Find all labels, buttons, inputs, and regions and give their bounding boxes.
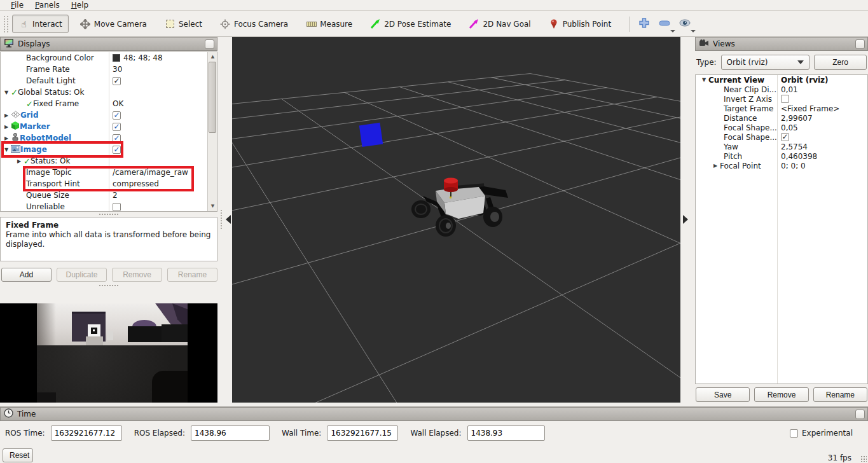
splitter-handle[interactable] bbox=[0, 284, 217, 287]
checkbox[interactable]: ✓ bbox=[113, 123, 121, 131]
display-row[interactable]: Frame Rate30 bbox=[1, 64, 217, 75]
display-row[interactable]: ▶Marker✓ bbox=[1, 121, 217, 132]
checkbox[interactable] bbox=[113, 203, 121, 211]
views-row[interactable]: Focal Shape...✓ bbox=[696, 132, 867, 142]
views-row[interactable]: Invert Z Axis bbox=[696, 94, 867, 104]
checkbox[interactable]: ✓ bbox=[781, 133, 789, 141]
expander-open-icon[interactable]: ▼ bbox=[2, 147, 11, 153]
property-value[interactable]: OK bbox=[113, 99, 123, 108]
views-row[interactable]: Near Clip Di...0,01 bbox=[696, 85, 867, 94]
property-value[interactable]: ✓ bbox=[113, 77, 121, 85]
display-row[interactable]: Transport Hintcompressed bbox=[1, 178, 217, 190]
splitter-handle[interactable] bbox=[0, 212, 217, 216]
property-value[interactable] bbox=[113, 203, 121, 211]
3d-viewport[interactable] bbox=[232, 37, 680, 403]
tool-publish-point[interactable]: Publish Point bbox=[542, 15, 617, 33]
tool-select[interactable]: Select bbox=[158, 15, 209, 33]
tool-interact[interactable]: ☝Interact bbox=[12, 15, 69, 33]
display-row[interactable]: ▼✓Global Status: Ok bbox=[1, 86, 217, 98]
ros-elapsed-input[interactable] bbox=[191, 425, 270, 441]
expander-closed-icon[interactable]: ▶ bbox=[711, 163, 720, 169]
property-value[interactable]: 0,05 bbox=[781, 123, 798, 132]
tool-measure[interactable]: Measure bbox=[300, 15, 359, 33]
panel-float-button[interactable] bbox=[205, 39, 214, 49]
collapse-right-panel-arrow[interactable] bbox=[683, 215, 688, 224]
wall-time-input[interactable] bbox=[327, 425, 398, 441]
checkbox[interactable]: ✓ bbox=[113, 134, 121, 142]
property-value[interactable]: Orbit (rviz) bbox=[781, 76, 829, 85]
display-row[interactable]: ▶RobotModel✓ bbox=[1, 132, 217, 144]
splitter-dots[interactable] bbox=[221, 210, 222, 229]
view-type-select[interactable]: Orbit (rviz) bbox=[721, 55, 809, 70]
property-value[interactable]: compressed bbox=[113, 179, 159, 188]
menu-item-help[interactable]: Help bbox=[65, 0, 94, 10]
property-value[interactable]: ✓ bbox=[113, 123, 121, 131]
property-value[interactable]: <Fixed Frame> bbox=[781, 104, 839, 113]
expander-closed-icon[interactable]: ▶ bbox=[15, 158, 24, 164]
expander-open-icon[interactable]: ▼ bbox=[699, 77, 708, 83]
checkbox[interactable]: ✓ bbox=[113, 111, 121, 120]
expander-closed-icon[interactable]: ▶ bbox=[2, 113, 11, 118]
minus-tool-button[interactable] bbox=[656, 16, 673, 32]
property-value[interactable]: 48; 48; 48 bbox=[113, 53, 163, 62]
experimental-checkbox[interactable] bbox=[790, 429, 798, 438]
display-row[interactable]: Default Light✓ bbox=[1, 75, 217, 86]
panel-float-button[interactable] bbox=[855, 39, 865, 49]
chevron-down-icon[interactable] bbox=[691, 30, 696, 32]
property-value[interactable]: ✓ bbox=[113, 134, 121, 142]
ros-time-input[interactable] bbox=[51, 425, 122, 441]
property-value[interactable]: 30 bbox=[113, 65, 122, 74]
collapse-left-panel-arrow[interactable] bbox=[226, 215, 231, 224]
property-value[interactable]: 0,01 bbox=[781, 85, 798, 94]
display-row[interactable]: ▶Grid✓ bbox=[1, 109, 217, 121]
property-value[interactable]: 2,99607 bbox=[781, 114, 813, 123]
checkbox[interactable]: ✓ bbox=[113, 146, 121, 154]
save-button[interactable]: Save bbox=[696, 387, 750, 402]
property-value[interactable]: ✓ bbox=[781, 133, 789, 141]
chevron-down-icon[interactable] bbox=[670, 30, 675, 32]
display-row[interactable]: Queue Size2 bbox=[1, 190, 217, 201]
display-row[interactable]: Unreliable bbox=[1, 201, 217, 212]
property-value[interactable]: /camera/image_raw bbox=[113, 168, 188, 177]
views-row[interactable]: Target Frame<Fixed Frame> bbox=[696, 104, 867, 113]
views-row[interactable]: Pitch0,460398 bbox=[696, 151, 867, 161]
views-row[interactable]: ▶Focal Point0; 0; 0 bbox=[696, 161, 867, 170]
expander-closed-icon[interactable]: ▶ bbox=[2, 135, 11, 141]
property-value[interactable]: 2 bbox=[113, 191, 118, 200]
tool-focus-camera[interactable]: Focus Camera bbox=[214, 15, 294, 33]
eye-tool-button[interactable] bbox=[677, 16, 693, 32]
expander-closed-icon[interactable]: ▶ bbox=[2, 124, 11, 130]
reset-button[interactable]: Reset bbox=[3, 448, 33, 462]
views-row[interactable]: Distance2,99607 bbox=[696, 113, 867, 123]
checkbox[interactable]: ✓ bbox=[113, 77, 121, 85]
tool-move-camera[interactable]: Move Camera bbox=[74, 15, 153, 33]
toolbar-drag-handle[interactable] bbox=[4, 16, 8, 32]
property-value[interactable] bbox=[781, 95, 789, 103]
tool-2d-nav-goal[interactable]: 2D Nav Goal bbox=[462, 15, 537, 33]
display-row[interactable]: Image Topic/camera/image_raw bbox=[1, 167, 217, 178]
views-row[interactable]: Focal Shape...0,05 bbox=[696, 123, 867, 132]
plus-tool-button[interactable] bbox=[636, 16, 652, 32]
remove-button[interactable]: Remove bbox=[754, 387, 808, 402]
menu-item-panels[interactable]: Panels bbox=[29, 0, 65, 10]
menu-item-file[interactable]: File bbox=[5, 0, 29, 10]
display-row[interactable]: ▶✓Status: Ok bbox=[1, 155, 217, 167]
property-value[interactable]: 2,5754 bbox=[781, 142, 808, 151]
wall-elapsed-input[interactable] bbox=[467, 425, 545, 441]
property-value[interactable]: 0; 0; 0 bbox=[781, 162, 806, 170]
views-row[interactable]: ▼Current ViewOrbit (rviz) bbox=[696, 75, 867, 85]
add-button[interactable]: Add bbox=[1, 268, 52, 282]
resize-grip[interactable] bbox=[860, 455, 867, 462]
property-value[interactable]: ✓ bbox=[113, 111, 121, 120]
tool-2d-pose-estimate[interactable]: 2D Pose Estimate bbox=[364, 15, 457, 33]
display-row[interactable]: Background Color48; 48; 48 bbox=[1, 52, 217, 64]
property-value[interactable]: 0,460398 bbox=[781, 152, 817, 161]
panel-float-button[interactable] bbox=[855, 410, 865, 419]
rename-button[interactable]: Rename bbox=[813, 387, 867, 402]
checkbox[interactable] bbox=[781, 95, 789, 103]
display-row[interactable]: ✓Fixed FrameOK bbox=[1, 98, 217, 109]
views-row[interactable]: Yaw2,5754 bbox=[696, 142, 867, 151]
property-value[interactable]: ✓ bbox=[113, 146, 121, 154]
expander-open-icon[interactable]: ▼ bbox=[2, 90, 11, 95]
zero-button[interactable]: Zero bbox=[814, 55, 867, 70]
